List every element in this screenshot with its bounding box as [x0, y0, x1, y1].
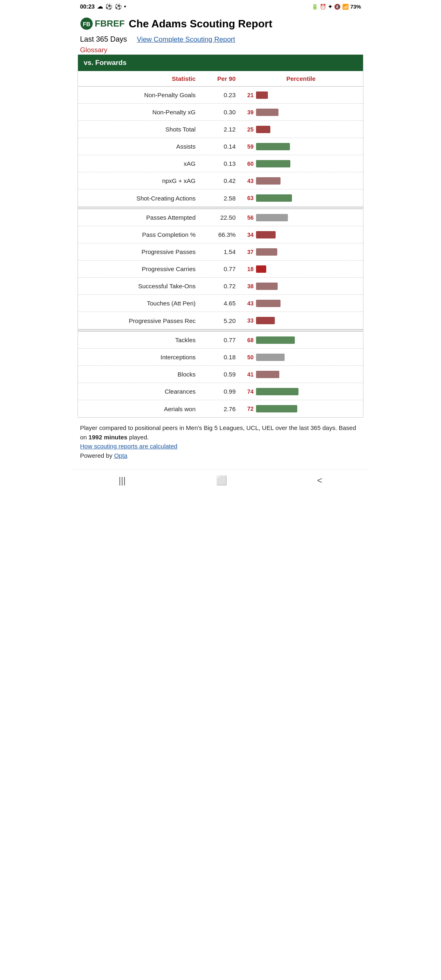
status-bar: 00:23 ☁ ⚽ ⚽ • 🔋 ⏰ ✦ 🔇 📶 73% — [74, 0, 368, 13]
pct-number: 63 — [243, 195, 254, 201]
pct-bar — [256, 371, 279, 378]
wifi-icon: 📶 — [342, 4, 349, 10]
stats-group-shooting: Non-Penalty Goals 0.23 21 Non-Penalty xG… — [78, 87, 363, 207]
pct-bar-wrap — [256, 194, 359, 202]
footer-minutes: 1992 minutes — [89, 434, 129, 441]
soccer-icon-1: ⚽ — [105, 3, 112, 10]
table-row: Shot-Creating Actions 2.58 63 — [78, 189, 363, 207]
pct-number: 59 — [243, 143, 254, 150]
stat-percentile: 33 — [239, 314, 363, 327]
table-row: Progressive Passes Rec 5.20 33 — [78, 312, 363, 329]
pct-bar — [256, 143, 290, 150]
stat-name: Assists — [78, 140, 202, 153]
pct-bar-wrap — [256, 265, 359, 273]
table-row: Progressive Passes 1.54 37 — [78, 243, 363, 261]
pct-bar — [256, 388, 298, 395]
pct-bar-wrap — [256, 160, 359, 167]
pct-bar-wrap — [256, 283, 359, 290]
dot-icon: • — [124, 3, 126, 10]
pct-bar — [256, 126, 270, 133]
stat-per90: 0.59 — [202, 368, 239, 381]
stat-per90: 0.13 — [202, 157, 239, 170]
stat-name: Touches (Att Pen) — [78, 296, 202, 310]
pct-number: 37 — [243, 249, 254, 255]
opta-link[interactable]: Opta — [114, 452, 127, 459]
pct-bar-wrap — [256, 336, 359, 344]
pct-number: 21 — [243, 92, 254, 98]
stat-name: Pass Completion % — [78, 228, 202, 241]
pct-bar-wrap — [256, 109, 359, 116]
stat-per90: 0.72 — [202, 279, 239, 293]
glossary-anchor[interactable]: Glossary — [74, 45, 114, 58]
svg-text:FB: FB — [83, 21, 91, 27]
pct-bar — [256, 248, 277, 256]
pct-bar — [256, 160, 290, 167]
stat-name: npxG + xAG — [78, 174, 202, 187]
stat-per90: 2.12 — [202, 122, 239, 136]
pct-number: 56 — [243, 214, 254, 221]
pct-bar-wrap — [256, 371, 359, 378]
nav-back-icon[interactable]: < — [317, 475, 323, 486]
stat-percentile: 74 — [239, 385, 363, 399]
glossary-link[interactable]: Glossary — [74, 46, 368, 54]
fbref-text: FBREF — [95, 18, 125, 29]
pct-bar — [256, 194, 292, 202]
stat-per90: 0.18 — [202, 350, 239, 364]
page-header: FB FBREF Che Adams Scouting Report — [74, 13, 368, 33]
pct-number: 34 — [243, 232, 254, 238]
table-row: Touches (Att Pen) 4.65 43 — [78, 295, 363, 312]
view-complete-link[interactable]: View Complete Scouting Report — [137, 36, 235, 44]
last-days-label: Last 365 Days — [80, 35, 127, 44]
stat-percentile: 63 — [239, 191, 363, 205]
pct-bar — [256, 300, 281, 307]
table-row: Progressive Carries 0.77 18 — [78, 261, 363, 278]
pct-bar — [256, 336, 295, 344]
how-calculated-link[interactable]: How scouting reports are calculated — [80, 443, 177, 450]
stat-name: Progressive Passes — [78, 245, 202, 258]
pct-bar — [256, 354, 285, 361]
stat-name: Tackles — [78, 333, 202, 347]
stat-percentile: 60 — [239, 157, 363, 171]
table-row: Assists 0.14 59 — [78, 138, 363, 155]
table-row: Clearances 0.99 74 — [78, 383, 363, 400]
stats-group-defense: Tackles 0.77 68 Interceptions 0.18 50 Bl… — [78, 332, 363, 417]
stats-table: vs. Forwards Statistic Per 90 Percentile… — [78, 54, 363, 418]
nav-home-icon[interactable]: ⬜ — [216, 475, 227, 486]
stat-per90: 66.3% — [202, 228, 239, 241]
stat-percentile: 59 — [239, 140, 363, 154]
col-per90: Per 90 — [202, 71, 239, 86]
stat-per90: 0.23 — [202, 88, 239, 102]
pct-bar — [256, 405, 297, 412]
mute-icon: 🔇 — [334, 4, 341, 10]
col-percentile: Percentile — [239, 71, 363, 86]
status-left: 00:23 ☁ ⚽ ⚽ • — [80, 3, 126, 10]
stat-percentile: 34 — [239, 228, 363, 242]
stat-name: xAG — [78, 157, 202, 170]
footer-played: played. — [129, 434, 149, 441]
stat-name: Passes Attempted — [78, 211, 202, 224]
pct-bar-wrap — [256, 388, 359, 395]
pct-number: 74 — [243, 388, 254, 395]
pct-bar-wrap — [256, 405, 359, 412]
stat-percentile: 50 — [239, 350, 363, 364]
pct-number: 33 — [243, 317, 254, 324]
stat-percentile: 25 — [239, 122, 363, 136]
pct-bar — [256, 265, 266, 273]
stat-percentile: 37 — [239, 245, 363, 259]
nav-menu-icon[interactable]: ||| — [118, 475, 125, 486]
pct-bar — [256, 317, 275, 324]
table-row: Interceptions 0.18 50 — [78, 349, 363, 366]
battery-pct: 73% — [350, 4, 361, 10]
pct-bar-wrap — [256, 91, 359, 99]
pct-number: 25 — [243, 126, 254, 133]
table-row: Aerials won 2.76 72 — [78, 400, 363, 417]
pct-bar-wrap — [256, 300, 359, 307]
table-row: npxG + xAG 0.42 43 — [78, 172, 363, 189]
stat-name: Blocks — [78, 368, 202, 381]
pct-bar-wrap — [256, 248, 359, 256]
pct-bar-wrap — [256, 354, 359, 361]
col-statistic: Statistic — [78, 71, 202, 86]
table-row: Shots Total 2.12 25 — [78, 121, 363, 138]
stat-per90: 2.58 — [202, 192, 239, 205]
stat-name: Interceptions — [78, 350, 202, 364]
